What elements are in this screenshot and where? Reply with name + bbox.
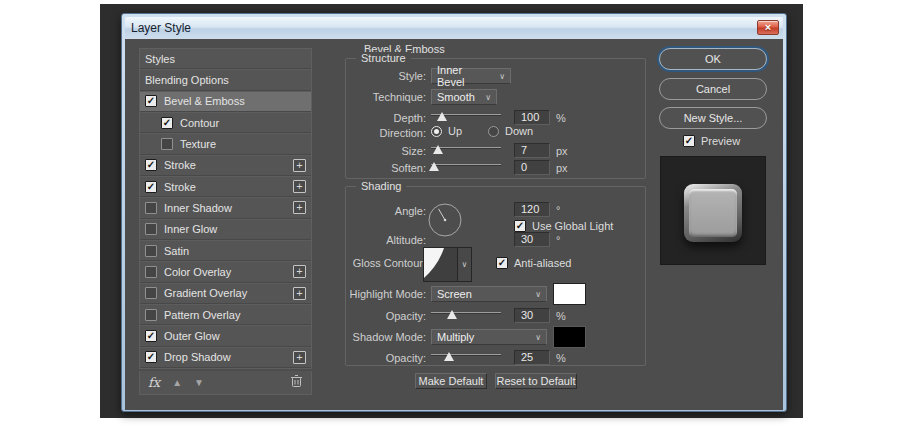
technique-dropdown[interactable]: Smooth ∨ [431,89,497,105]
highlight-opacity-thumb[interactable] [447,310,457,319]
highlight-opacity-unit: % [556,310,566,322]
effect-checkbox[interactable] [145,351,157,363]
fx-icon[interactable]: fx [148,375,160,390]
effect-checkbox[interactable] [145,330,157,342]
arrow-down-icon[interactable]: ▼ [194,377,204,388]
sidebar-item-inner-glow[interactable]: Inner Glow [140,219,311,240]
shadow-opacity-thumb[interactable] [444,352,454,361]
sidebar-item-color-overlay[interactable]: Color Overlay+ [140,261,311,282]
sidebar-item-drop-shadow[interactable]: Drop Shadow+ [140,347,311,368]
gloss-contour-picker[interactable]: ∨ [423,247,472,282]
altitude-label: Altitude: [346,234,426,246]
contour-thumbnail[interactable] [423,247,458,282]
sidebar-item-label: Outer Glow [164,330,306,342]
effect-checkbox[interactable] [145,309,157,321]
depth-slider[interactable] [431,110,501,122]
soften-slider[interactable] [431,160,501,172]
sidebar-item-styles[interactable]: Styles [140,49,311,69]
sidebar-item-label: Stroke [164,181,286,193]
effect-checkbox[interactable] [145,287,157,299]
preview-bevel-face [689,189,737,237]
sidebar-item-label: Drop Shadow [164,351,286,363]
sidebar-item-label: Bevel & Emboss [164,95,306,107]
preview-bevel-square [684,184,742,242]
shadow-color-swatch[interactable] [553,326,586,348]
make-default-button[interactable]: Make Default [415,373,487,389]
close-button[interactable]: × [757,20,779,35]
add-effect-button[interactable]: + [293,351,306,364]
effect-checkbox[interactable] [145,245,157,257]
sidebar-item-stroke[interactable]: Stroke+ [140,155,311,176]
angle-dial[interactable] [427,202,463,238]
effect-checkbox[interactable] [145,95,157,107]
trash-icon[interactable] [290,374,303,392]
sidebar-item-label: Satin [164,245,306,257]
sidebar-item-texture[interactable]: Texture [140,133,311,154]
chevron-down-icon: ∨ [485,93,491,102]
contour-dropdown-arrow[interactable]: ∨ [458,247,472,282]
sidebar-item-blending-options[interactable]: Blending Options [140,69,311,90]
highlight-mode-value: Screen [437,288,472,300]
altitude-input[interactable]: 30 [514,232,550,247]
sidebar-item-pattern-overlay[interactable]: Pattern Overlay [140,304,311,325]
soften-input[interactable]: 0 [514,160,550,175]
direction-down-radio[interactable] [488,126,499,137]
size-slider[interactable] [431,143,501,155]
effect-checkbox[interactable] [161,138,173,150]
depth-input[interactable]: 100 [514,110,550,125]
anti-aliased-checkbox[interactable] [496,257,508,269]
effect-checkbox[interactable] [145,266,157,278]
sidebar-item-label: Styles [145,53,306,65]
close-icon: × [765,22,771,33]
add-effect-button[interactable]: + [293,287,306,300]
style-label: Style: [346,70,426,82]
highlight-opacity-slider[interactable] [431,308,501,320]
preview-checkbox[interactable] [683,135,695,147]
effect-checkbox[interactable] [145,223,157,235]
dialog-titlebar[interactable]: Layer Style × [125,17,783,39]
size-slider-thumb[interactable] [433,145,443,154]
sidebar-item-contour[interactable]: Contour [140,112,311,133]
effect-checkbox[interactable] [145,202,157,214]
cancel-button[interactable]: Cancel [659,78,767,100]
shadow-opacity-slider[interactable] [431,350,501,362]
shadow-mode-dropdown[interactable]: Multiply ∨ [431,329,547,345]
highlight-mode-dropdown[interactable]: Screen ∨ [431,286,547,302]
effect-checkbox[interactable] [161,117,173,129]
shadow-opacity-input[interactable]: 25 [514,350,550,365]
add-effect-button[interactable]: + [293,201,306,214]
size-input[interactable]: 7 [514,143,550,158]
sidebar-item-satin[interactable]: Satin [140,240,311,261]
shading-group: Shading Angle: 120 ° Use Global Light Al… [345,186,646,366]
new-style-button[interactable]: New Style... [659,107,767,129]
reset-to-default-button[interactable]: Reset to Default [495,373,577,389]
direction-up-radio[interactable] [431,126,442,137]
soften-slider-thumb[interactable] [429,162,439,171]
style-dropdown[interactable]: Inner Bevel ∨ [431,68,511,84]
sidebar-item-bevel-emboss[interactable]: Bevel & Emboss [140,91,311,112]
depth-slider-thumb[interactable] [437,112,447,121]
add-effect-button[interactable]: + [293,180,306,193]
depth-unit: % [556,112,566,124]
add-effect-button[interactable]: + [293,159,306,172]
sidebar-item-inner-shadow[interactable]: Inner Shadow+ [140,197,311,218]
add-effect-button[interactable]: + [293,265,306,278]
size-unit: px [556,145,568,157]
soften-label: Soften: [346,162,426,174]
chevron-down-icon: ∨ [535,333,541,342]
highlight-opacity-input[interactable]: 30 [514,308,550,323]
depth-label: Depth: [346,112,426,124]
effect-checkbox[interactable] [145,181,157,193]
sidebar-item-gradient-overlay[interactable]: Gradient Overlay+ [140,283,311,304]
effect-checkbox[interactable] [145,159,157,171]
sidebar-item-outer-glow[interactable]: Outer Glow [140,325,311,346]
sidebar-item-stroke[interactable]: Stroke+ [140,176,311,197]
angle-input[interactable]: 120 [514,202,550,217]
arrow-up-icon[interactable]: ▲ [172,377,182,388]
style-value: Inner Bevel [437,64,491,88]
sidebar-item-label: Blending Options [145,74,306,86]
highlight-color-swatch[interactable] [553,283,586,305]
use-global-light-checkbox[interactable] [514,220,526,232]
direction-label: Direction: [346,127,426,139]
ok-button[interactable]: OK [659,48,767,70]
